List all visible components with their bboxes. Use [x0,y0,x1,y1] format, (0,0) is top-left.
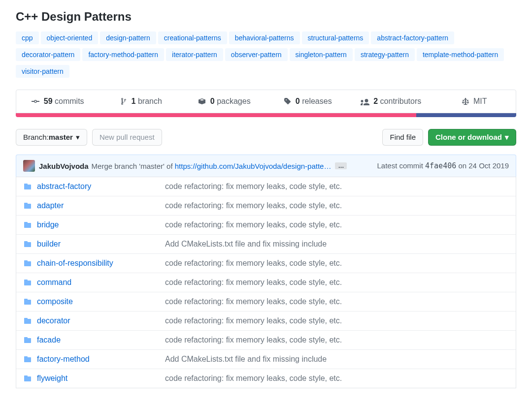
contributors-count: 2 [373,97,378,105]
file-commit-message[interactable]: code refactoring: fix memory leaks, code… [165,316,509,325]
table-row: flyweightcode refactoring: fix memory le… [16,369,516,388]
file-name: abstract-factory [37,182,165,191]
topic-tag[interactable]: decorator-pattern [16,48,80,61]
new-pull-request-button[interactable]: New pull request [92,129,162,146]
file-link[interactable]: builder [37,240,61,248]
file-toolbar: Branch: master ▾ New pull request Find f… [16,129,516,146]
file-name: facade [37,336,165,344]
stat-packages[interactable]: 0 packages [183,90,266,113]
commit-message-prefix: Merge branch 'master' of [92,162,175,170]
branch-selector[interactable]: Branch: master ▾ [16,129,87,146]
file-link[interactable]: decorator [37,316,70,325]
file-name: composite [37,297,165,306]
clone-label: Clone or download [435,132,502,142]
caret-icon: ▾ [76,132,80,142]
stat-commits[interactable]: 59 commits [16,90,100,113]
topic-tag[interactable]: iterator-pattern [166,48,223,61]
commit-icon [32,97,39,105]
file-link[interactable]: chain-of-responsibility [37,259,113,267]
topic-tag[interactable]: creational-patterns [158,31,227,44]
table-row: compositecode refactoring: fix memory le… [16,292,516,311]
stat-contributors[interactable]: 2 contributors [349,90,432,113]
topic-tag[interactable]: factory-method-pattern [82,48,164,61]
file-link[interactable]: command [37,278,71,286]
ellipsis-button[interactable]: … [335,162,347,169]
folder-icon [23,298,32,306]
table-row: bridgecode refactoring: fix memory leaks… [16,215,516,234]
file-commit-message[interactable]: code refactoring: fix memory leaks, code… [165,259,509,268]
file-commit-message[interactable]: code refactoring: fix memory leaks, code… [165,374,509,383]
commit-message[interactable]: Merge branch 'master' of https://github.… [92,162,332,170]
file-commit-message[interactable]: Add CMakeLists.txt file and fix missing … [165,355,509,364]
file-name: factory-method [37,355,165,364]
commit-meta: Latest commit 4fae406 on 24 Oct 2019 [377,161,509,170]
folder-icon [23,279,32,286]
file-link[interactable]: adapter [37,201,64,210]
commits-count: 59 [44,97,53,105]
topic-tag[interactable]: object-oriented [41,31,99,44]
language-bar[interactable] [16,113,516,117]
stat-releases[interactable]: 0 releases [266,90,349,113]
file-table: abstract-factorycode refactoring: fix me… [16,177,516,388]
table-row: commandcode refactoring: fix memory leak… [16,273,516,292]
contributors-label: contributors [380,97,422,105]
find-file-button[interactable]: Find file [382,129,423,146]
folder-icon [23,183,32,190]
topic-tag[interactable]: template-method-pattern [417,48,504,61]
file-link[interactable]: bridge [37,220,59,229]
folder-icon [23,375,32,382]
table-row: decoratorcode refactoring: fix memory le… [16,311,516,330]
avatar[interactable] [23,160,35,172]
table-row: builderAdd CMakeLists.txt file and fix m… [16,234,516,253]
file-name: flyweight [37,374,165,383]
stats-bar: 59 commits 1 branch 0 packages 0 release… [16,90,516,113]
commit-hash[interactable]: 4fae406 [425,161,456,170]
stat-branches[interactable]: 1 branch [100,90,183,113]
table-row: chain-of-responsibilitycode refactoring:… [16,253,516,273]
caret-icon: ▾ [505,132,509,142]
file-commit-message[interactable]: code refactoring: fix memory leaks, code… [165,182,509,191]
branch-icon [120,97,127,105]
file-link[interactable]: flyweight [37,374,67,382]
table-row: factory-methodAdd CMakeLists.txt file an… [16,349,516,369]
topic-tag[interactable]: abstract-factory-pattern [371,31,454,44]
law-icon [462,97,469,105]
topic-tag[interactable]: visitor-pattern [16,65,69,78]
folder-icon [23,336,32,344]
topic-tag[interactable]: cpp [16,31,39,44]
stat-license[interactable]: MIT [432,90,516,113]
file-link[interactable]: composite [37,297,73,306]
clone-button[interactable]: Clone or download ▾ [428,129,516,146]
file-name: builder [37,240,165,249]
commits-label: commits [55,97,84,105]
license-label: MIT [473,97,487,105]
topic-tag[interactable]: singleton-pattern [290,48,353,61]
topic-tag[interactable]: observer-pattern [225,48,288,61]
file-commit-message[interactable]: code refactoring: fix memory leaks, code… [165,220,509,229]
file-link[interactable]: abstract-factory [37,182,91,190]
topic-tag[interactable]: strategy-pattern [355,48,415,61]
commit-message-link[interactable]: https://github.com/JakubVojvoda/design-p… [175,162,332,170]
repo-title: C++ Design Patterns [16,10,516,24]
file-commit-message[interactable]: Add CMakeLists.txt file and fix missing … [165,240,509,249]
file-commit-message[interactable]: code refactoring: fix memory leaks, code… [165,278,509,287]
file-name: decorator [37,316,165,325]
folder-icon [23,202,32,210]
topic-tag[interactable]: design-pattern [100,31,156,44]
tag-icon [283,97,291,105]
file-name: adapter [37,201,165,210]
folder-icon [23,355,32,363]
releases-label: releases [302,97,332,105]
commit-author[interactable]: JakubVojvoda [39,162,89,170]
latest-commit-label: Latest commit [377,161,423,170]
file-link[interactable]: factory-method [37,355,90,363]
file-commit-message[interactable]: code refactoring: fix memory leaks, code… [165,297,509,306]
file-commit-message[interactable]: code refactoring: fix memory leaks, code… [165,201,509,210]
people-icon [361,98,369,105]
topic-tag[interactable]: structural-patterns [302,31,369,44]
topic-tag[interactable]: behavioral-patterns [229,31,300,44]
file-commit-message[interactable]: code refactoring: fix memory leaks, code… [165,336,509,344]
folder-icon [23,317,32,325]
file-link[interactable]: facade [37,336,61,344]
folder-icon [23,221,32,229]
